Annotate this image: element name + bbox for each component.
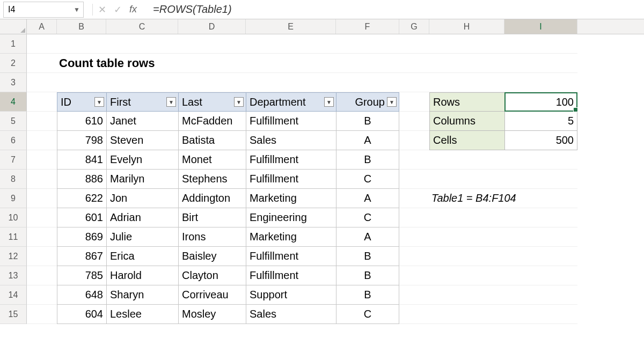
table-cell[interactable]: Batista: [178, 131, 246, 150]
cell[interactable]: [399, 305, 429, 324]
col-header-F[interactable]: F: [336, 19, 399, 34]
table-cell[interactable]: Evelyn: [106, 150, 178, 170]
chevron-down-icon[interactable]: ▼: [74, 6, 80, 13]
table-header-department[interactable]: Department▼: [246, 92, 336, 112]
table-cell[interactable]: Sharyn: [106, 285, 178, 305]
table-cell[interactable]: Mosley: [178, 305, 246, 324]
table-cell[interactable]: C: [336, 208, 399, 227]
table-header-last[interactable]: Last▼: [178, 92, 246, 112]
table-cell[interactable]: C: [336, 305, 399, 324]
cell[interactable]: [57, 34, 106, 54]
table-cell[interactable]: Adrian: [106, 208, 178, 227]
cell[interactable]: [504, 150, 577, 170]
row-header[interactable]: 1: [0, 34, 27, 54]
cell[interactable]: [429, 54, 504, 73]
summary-value[interactable]: 500: [504, 131, 577, 150]
cell[interactable]: [27, 73, 57, 92]
table-header-first[interactable]: First▼: [106, 92, 178, 112]
table-cell[interactable]: Steven: [106, 131, 178, 150]
cell[interactable]: [504, 34, 577, 54]
col-header-B[interactable]: B: [57, 19, 106, 34]
name-box[interactable]: I4 ▼: [3, 2, 84, 18]
fx-icon[interactable]: fx: [129, 4, 137, 15]
filter-dropdown-icon[interactable]: ▼: [234, 97, 244, 107]
cell[interactable]: [399, 208, 429, 227]
cell[interactable]: [429, 170, 504, 189]
table-cell[interactable]: 622: [57, 189, 106, 208]
cell[interactable]: [399, 92, 429, 112]
row-header[interactable]: 12: [0, 247, 27, 266]
table-cell[interactable]: Sales: [246, 131, 336, 150]
cell[interactable]: [399, 247, 429, 266]
cell[interactable]: [429, 305, 504, 324]
cell[interactable]: [399, 131, 429, 150]
row-header[interactable]: 3: [0, 73, 27, 92]
table-cell[interactable]: B: [336, 150, 399, 170]
row-header[interactable]: 5: [0, 112, 27, 131]
row-header[interactable]: 11: [0, 227, 27, 247]
table-cell[interactable]: A: [336, 227, 399, 247]
cell[interactable]: [27, 54, 57, 73]
cell[interactable]: [27, 150, 57, 170]
table-cell[interactable]: Birt: [178, 208, 246, 227]
cell[interactable]: [504, 285, 577, 305]
row-header[interactable]: 4: [0, 92, 27, 112]
cell[interactable]: [399, 34, 429, 54]
table-cell[interactable]: Fulfillment: [246, 112, 336, 131]
table-cell[interactable]: 798: [57, 131, 106, 150]
cell[interactable]: [106, 73, 178, 92]
cell[interactable]: [399, 266, 429, 285]
cell[interactable]: [504, 170, 577, 189]
row-header[interactable]: 8: [0, 170, 27, 189]
table-cell[interactable]: A: [336, 131, 399, 150]
row-header[interactable]: 13: [0, 266, 27, 285]
filter-dropdown-icon[interactable]: ▼: [94, 97, 104, 107]
table-cell[interactable]: Support: [246, 285, 336, 305]
table-cell[interactable]: B: [336, 112, 399, 131]
cell[interactable]: [27, 227, 57, 247]
table-cell[interactable]: Julie: [106, 227, 178, 247]
cell[interactable]: [429, 34, 504, 54]
summary-label[interactable]: Columns: [429, 112, 504, 131]
table-cell[interactable]: Clayton: [178, 266, 246, 285]
cell[interactable]: [27, 247, 57, 266]
table-cell[interactable]: C: [336, 170, 399, 189]
table-cell[interactable]: Harold: [106, 266, 178, 285]
cell[interactable]: [27, 112, 57, 131]
row-header[interactable]: 15: [0, 305, 27, 324]
cell[interactable]: [336, 73, 399, 92]
col-header-E[interactable]: E: [246, 19, 336, 34]
cell[interactable]: [504, 266, 577, 285]
cell[interactable]: [246, 34, 336, 54]
cell[interactable]: [429, 285, 504, 305]
cell[interactable]: [27, 266, 57, 285]
table-cell[interactable]: Fulfillment: [246, 247, 336, 266]
cell[interactable]: [399, 227, 429, 247]
table-cell[interactable]: Marketing: [246, 227, 336, 247]
summary-label[interactable]: Cells: [429, 131, 504, 150]
cell[interactable]: [504, 247, 577, 266]
cell[interactable]: [57, 73, 106, 92]
cell[interactable]: [27, 131, 57, 150]
row-header[interactable]: 10: [0, 208, 27, 227]
table-cell[interactable]: Sales: [246, 305, 336, 324]
filter-dropdown-icon[interactable]: ▼: [387, 97, 397, 107]
cell[interactable]: [504, 227, 577, 247]
table-cell[interactable]: 601: [57, 208, 106, 227]
cell[interactable]: [27, 208, 57, 227]
row-header[interactable]: 2: [0, 54, 27, 73]
cell[interactable]: [336, 34, 399, 54]
cell[interactable]: [429, 247, 504, 266]
select-all-corner[interactable]: [0, 19, 27, 34]
table-cell[interactable]: Monet: [178, 150, 246, 170]
table-cell[interactable]: Erica: [106, 247, 178, 266]
cell[interactable]: [399, 189, 429, 208]
formula-input[interactable]: =ROWS(Table1): [137, 3, 644, 16]
col-header-A[interactable]: A: [27, 19, 57, 34]
cell[interactable]: [429, 227, 504, 247]
table-cell[interactable]: A: [336, 189, 399, 208]
summary-value-rows[interactable]: 100: [504, 92, 577, 112]
table-cell[interactable]: 867: [57, 247, 106, 266]
table-cell[interactable]: Corriveau: [178, 285, 246, 305]
cell[interactable]: [178, 34, 246, 54]
